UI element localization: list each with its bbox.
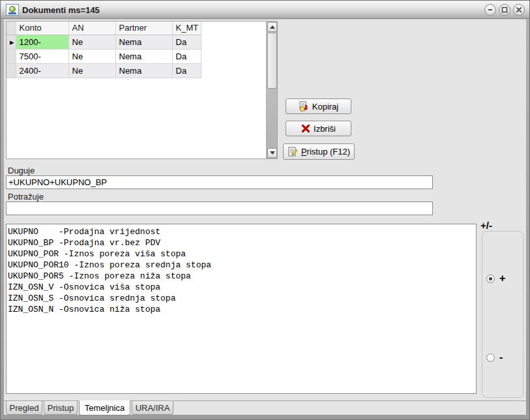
kopiraj-button[interactable]: Kopiraj	[286, 98, 351, 114]
table-row[interactable]: 7500- Ne Nema Da	[7, 49, 201, 63]
sign-group-box	[482, 231, 523, 398]
scroll-down-button[interactable]	[267, 148, 277, 158]
column-header-kmt[interactable]: K_MT	[172, 22, 201, 35]
dialog-content: Konto AN Partner K_MT ▸ 1200- Ne Nema Da…	[4, 19, 526, 415]
variable-line: UKUPNO_POR5 -Iznos poreza niža stopa	[8, 271, 475, 282]
radio-plus-label: +	[499, 273, 505, 284]
column-header-konto[interactable]: Konto	[16, 22, 68, 35]
kopiraj-button-label: Kopiraj	[312, 102, 338, 112]
sign-group-caption: +/-	[480, 220, 492, 231]
radio-minus[interactable]: -	[486, 352, 503, 363]
row-selector-header	[7, 22, 16, 35]
arrow-down-icon	[270, 151, 275, 155]
potrazuje-label: Potražuje	[8, 192, 44, 202]
variable-line: IZN_OSN_V -Osnovica viša stopa	[8, 282, 475, 293]
potrazuje-input[interactable]	[6, 202, 433, 215]
konto-grid: Konto AN Partner K_MT ▸ 1200- Ne Nema Da…	[6, 21, 278, 159]
scroll-up-button[interactable]	[267, 22, 277, 32]
variable-line: UKUPNO_BP -Prodajna vr.bez PDV	[8, 237, 475, 248]
arrow-up-icon	[270, 25, 275, 29]
app-icon	[6, 4, 19, 16]
delete-x-icon	[301, 124, 310, 133]
minimize-icon	[487, 7, 493, 13]
variable-line: IZN_OSN_S -Osnovica srednja stopa	[8, 293, 475, 304]
table-header-row: Konto AN Partner K_MT	[7, 22, 201, 35]
current-row-marker: ▸	[7, 35, 16, 49]
title-bar[interactable]: Dokumenti ms=145	[1, 1, 530, 19]
close-icon	[516, 7, 522, 13]
variable-line: UKUPNO -Prodajna vrijednost	[8, 226, 475, 237]
pristup-button-label: Pristup (F12)	[301, 147, 350, 157]
variable-line: IZN_OSN_N -Osnovica niža stopa	[8, 304, 475, 315]
column-header-an[interactable]: AN	[68, 22, 115, 35]
row-selector	[7, 63, 16, 78]
restore-button[interactable]	[499, 4, 510, 16]
grid-vertical-scrollbar[interactable]	[266, 22, 277, 158]
konto-table: Konto AN Partner K_MT ▸ 1200- Ne Nema Da…	[7, 22, 201, 78]
cell-partner[interactable]: Nema	[115, 49, 172, 63]
izbrisi-button[interactable]: Izbriši	[286, 121, 351, 136]
variable-line: UKUPNO_POR10 -Iznos poreza srednja stopa	[8, 260, 475, 271]
radio-minus-circle[interactable]	[486, 353, 495, 362]
cell-kmt[interactable]: Da	[172, 35, 201, 49]
tab-temeljnica[interactable]: Temeljnica	[79, 400, 130, 415]
minimize-button[interactable]	[484, 4, 496, 16]
dialog-window: Dokumenti ms=145 Konto A	[0, 0, 530, 420]
variable-line: UKUPNO_POR -Iznos poreza viša stopa	[8, 248, 475, 260]
window-title: Dokumenti ms=145	[22, 5, 100, 15]
column-header-partner[interactable]: Partner	[115, 22, 172, 35]
app-icon-emblem	[9, 6, 16, 12]
app-icon-band	[8, 12, 16, 14]
close-button[interactable]	[513, 4, 525, 16]
table-row[interactable]: ▸ 1200- Ne Nema Da	[7, 35, 201, 49]
restore-icon	[501, 7, 508, 13]
cell-kmt[interactable]: Da	[172, 49, 201, 63]
window-controls	[484, 4, 525, 16]
cell-partner[interactable]: Nema	[115, 35, 172, 49]
edit-document-icon	[287, 147, 298, 157]
cell-konto[interactable]: 2400-	[16, 63, 68, 78]
izbrisi-button-label: Izbriši	[314, 124, 336, 134]
duguje-label: Duguje	[8, 166, 35, 175]
copy-icon	[299, 101, 309, 112]
cell-kmt[interactable]: Da	[172, 63, 201, 78]
radio-minus-label: -	[499, 352, 503, 363]
cell-an[interactable]: Ne	[68, 49, 115, 63]
cell-partner[interactable]: Nema	[115, 63, 172, 78]
cell-an[interactable]: Ne	[68, 35, 115, 49]
radio-selected-dot	[489, 277, 492, 280]
scrollbar-thumb[interactable]	[267, 33, 277, 89]
pristup-button[interactable]: Pristup (F12)	[283, 143, 355, 160]
tab-ura-ira[interactable]: URA/IRA	[132, 401, 173, 415]
variables-memo[interactable]: UKUPNO -Prodajna vrijednost UKUPNO_BP -P…	[6, 224, 477, 394]
row-selector	[7, 49, 16, 63]
tab-pregled[interactable]: Pregled	[6, 401, 42, 415]
radio-plus[interactable]: +	[486, 273, 505, 284]
cell-an[interactable]: Ne	[68, 63, 115, 78]
cell-konto[interactable]: 1200-	[16, 35, 68, 49]
table-row[interactable]: 2400- Ne Nema Da	[7, 63, 201, 78]
cell-konto[interactable]: 7500-	[16, 49, 68, 63]
radio-plus-circle[interactable]	[486, 275, 495, 283]
tab-pristup[interactable]: Pristup	[44, 401, 78, 415]
duguje-input[interactable]	[6, 175, 433, 189]
